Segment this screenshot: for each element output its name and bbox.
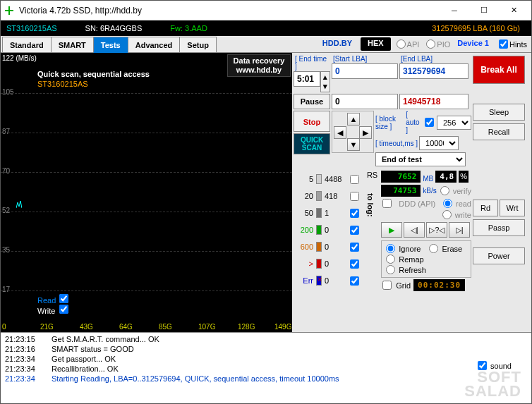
x-axis-label: 85G [159,323,172,331]
x-axis-label: 0 [2,323,6,331]
y-axis-label: 87 [2,128,10,135]
step-back-button[interactable]: ◁| [404,222,425,238]
dpad-right[interactable]: ▶ [359,126,372,139]
hist-cb-50[interactable] [350,209,359,218]
log-line: 21:23:15Get S.M.A.R.T. command... OK [2,334,530,344]
hints-checkbox[interactable]: Hints [493,36,531,52]
log-line: 21:23:16SMART status = GOOD [2,344,530,354]
quick-scan-button[interactable]: QUICK SCAN [294,133,330,154]
dpad-down[interactable]: ▼ [347,138,360,151]
write-checkbox[interactable] [59,305,68,314]
close-button[interactable]: ✕ [499,1,528,20]
drive-info-bar: ST3160215AS SN: 6RA4GGBS Fw: 3.AAD 31257… [1,20,531,36]
power-button[interactable]: Power [473,247,525,264]
nav-dpad: ▲ ▼ ◀ ▶ [332,111,374,153]
y-axis-label: 105 [2,88,14,96]
random-button[interactable]: ▷?◁ [426,222,447,238]
start-lba-input[interactable] [332,63,398,79]
y-axis-label: 35 [2,246,10,254]
scan-graph: 122 (MB/s) Data recoverywww.hdd.by Quick… [1,53,292,332]
read-write-toggles: Read Write [37,294,70,315]
rd-button[interactable]: Rd [473,200,498,216]
sound-checkbox[interactable]: sound [476,361,512,370]
y-axis-label: 52 [2,207,10,214]
defect-mode-group: Ignore Erase Remap Refresh [381,240,471,278]
end-time-label: [ End time ] [294,54,330,71]
mb-read: 7652 [381,171,421,183]
scan-model: ST3160215AS [37,80,88,88]
hdd-by-label: HDD.BY [315,36,359,52]
drive-model: ST3160215AS [6,24,57,32]
x-axis-label: 149G [274,323,291,331]
speed: 74753 [381,185,421,197]
sleep-button[interactable]: Sleep [473,104,525,121]
histogram: 54488 20418 501 2000 6000 >0 Err×0 [294,171,366,291]
log-line: 21:23:34Starting Reading, LBA=0..3125796… [2,374,530,384]
pio-radio[interactable]: PIO [425,36,450,52]
ddd-checkbox[interactable] [382,199,392,208]
refresh-radio[interactable]: Refresh [385,265,426,274]
ignore-radio[interactable]: Ignore [385,244,421,253]
dpad-left[interactable]: ◀ [334,126,346,139]
device-select[interactable]: Device 1 [453,36,493,52]
maximize-button[interactable]: ☐ [469,1,499,20]
block-size-select[interactable]: 256 [437,116,471,130]
step-fwd-button[interactable]: ▷| [449,222,470,238]
tab-advanced[interactable]: Advanced [128,37,181,53]
hist-cb-5[interactable] [350,175,359,184]
break-all-button[interactable]: Break All [473,56,525,84]
rs-label: RS [366,171,378,179]
y-axis-label: 17 [2,286,10,293]
end-action-select[interactable]: End of test [375,152,466,166]
read-radio[interactable]: read [442,199,471,208]
to-log-label: to log: [366,193,375,217]
pos-input[interactable] [332,94,398,109]
current-lba [399,94,468,109]
data-recovery-link[interactable]: Data recoverywww.hdd.by [227,54,291,77]
elapsed-timer: 00:02:30 [413,279,465,291]
log-line: 21:23:34Get passport... OK [2,354,530,364]
tab-standard[interactable]: Standard [2,37,52,53]
wrt-button[interactable]: Wrt [500,200,525,216]
hist-cb-200[interactable] [350,226,359,235]
hist-cb-20[interactable] [350,192,359,201]
hex-button[interactable]: HEX [361,37,391,51]
dpad-up[interactable]: ▲ [347,113,360,126]
app-icon [4,5,15,16]
y-axis-label: 70 [2,167,10,175]
end-time-input[interactable] [294,71,320,87]
erase-radio[interactable]: Erase [428,244,462,253]
hist-cb-over[interactable] [350,259,359,269]
read-checkbox[interactable] [59,294,68,303]
log-panel[interactable]: 21:23:15Get S.M.A.R.T. command... OK21:2… [1,332,531,403]
window-title: Victoria 4.72b SSD, http://hdd.by [19,6,440,16]
tab-tests[interactable]: Tests [93,37,128,53]
pause-button[interactable]: Pause [294,94,330,109]
stop-button[interactable]: Stop [294,111,330,132]
recall-button[interactable]: Recall [473,123,525,140]
remap-radio[interactable]: Remap [385,255,423,264]
api-radio[interactable]: API [395,36,420,52]
tab-smart[interactable]: SMART [51,37,94,53]
play-button[interactable]: ▶ [381,222,402,238]
write-radio[interactable]: write [441,210,471,219]
minimize-button[interactable]: ─ [440,1,469,20]
passp-button[interactable]: Passp [473,219,525,236]
timeout-select[interactable]: 10000 [419,136,459,150]
svg-rect-1 [8,6,10,15]
verify-radio[interactable]: verify [439,186,471,195]
x-axis-label: 43G [80,323,93,331]
x-axis-label: 21G [40,323,54,331]
tab-setup[interactable]: Setup [179,37,217,53]
drive-lba: 312579695 LBA (160 Gb) [432,24,520,32]
hist-cb-err[interactable] [350,276,359,286]
auto-checkbox[interactable] [425,118,434,127]
start-lba-label: [Start LBA] [332,54,398,63]
end-lba-input[interactable] [399,63,468,79]
grid-checkbox[interactable] [382,281,392,290]
drive-fw: Fw: 3.AAD [170,24,207,32]
hist-cb-600[interactable] [350,243,359,252]
graph-data-spike [16,201,22,208]
tab-bar: Standard SMART Tests Advanced Setup HDD.… [1,36,531,53]
time-stepper[interactable]: ▴▾ [320,71,330,92]
